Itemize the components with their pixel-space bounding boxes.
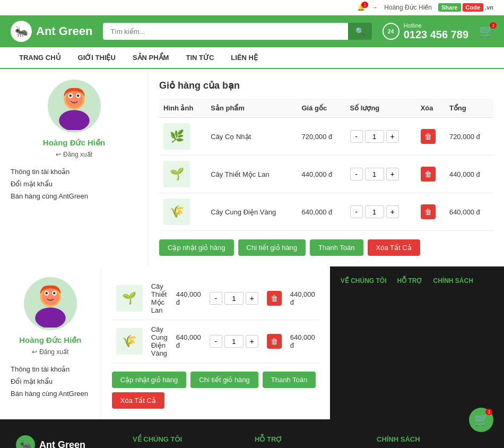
sidebar-username: Hoàng Đức Hiền bbox=[43, 138, 105, 148]
qty-minus-button[interactable]: - bbox=[210, 292, 222, 305]
logo: 🐜 Ant Green bbox=[11, 21, 92, 42]
footer-logo-text: Ant Green bbox=[39, 440, 85, 449]
sidebar-sell-with-antgreen[interactable]: Bán hàng cùng AntGreen bbox=[11, 190, 137, 202]
qty-plus-button[interactable]: + bbox=[386, 205, 399, 218]
col-image: Hình ảnh bbox=[159, 99, 206, 118]
nav-gioithieu[interactable]: GIỚI THIỆU bbox=[69, 47, 124, 68]
qty-minus-button[interactable]: - bbox=[350, 205, 363, 218]
qty-input[interactable] bbox=[224, 335, 244, 348]
detail-cart-button[interactable]: Chi tiết giỏ hàng bbox=[238, 239, 306, 256]
qty-input[interactable] bbox=[365, 205, 384, 218]
product-name: Cây Thiết Mộc Lan bbox=[147, 277, 172, 320]
cart-section-2: 🌱 Cây Thiết Mộc Lan 440,000 đ - + 🗑 440,… bbox=[101, 266, 330, 419]
qty-input[interactable] bbox=[224, 292, 244, 305]
nav-lienhe[interactable]: LIÊN HỆ bbox=[222, 47, 266, 68]
svg-point-11 bbox=[35, 307, 66, 328]
product-price: 640,000 đ bbox=[298, 193, 346, 231]
footer-col3-title: CHÍNH SÁCH bbox=[433, 277, 473, 285]
product-total: 640,000 đ bbox=[445, 193, 493, 231]
qty-minus-button[interactable]: - bbox=[350, 168, 363, 180]
delete-item-button[interactable]: 🗑 bbox=[267, 334, 282, 349]
sidebar-change-password[interactable]: Đổi mật khẩu bbox=[11, 178, 137, 190]
main-nav: TRANG CHỦ GIỚI THIỆU SẢN PHẨM TIN TỨC LI… bbox=[0, 47, 504, 69]
update-cart-button-2[interactable]: Cập nhật giỏ hàng bbox=[112, 372, 187, 388]
qty-minus-button[interactable]: - bbox=[350, 130, 363, 143]
svg-point-14 bbox=[45, 292, 48, 295]
delete-all-button[interactable]: Xóa Tất Cả bbox=[368, 239, 420, 256]
nav-sanpham[interactable]: SẢN PHẨM bbox=[124, 47, 178, 68]
delete-all-button-2[interactable]: Xóa Tất Cả bbox=[112, 392, 164, 409]
footer-col3-overlap: CHÍNH SÁCH bbox=[433, 277, 473, 409]
cart-title: Giỏ hàng của bạn bbox=[159, 80, 493, 91]
delete-item-button[interactable]: 🗑 bbox=[421, 167, 436, 182]
floating-cart-button[interactable]: 🛒3 bbox=[469, 408, 493, 432]
hotline-label: Hotline bbox=[404, 22, 468, 29]
sidebar-sell-2[interactable]: Bán hàng cùng AntGreen bbox=[11, 387, 90, 400]
search-bar: 🔍 bbox=[103, 23, 371, 40]
product-price: 440,000 đ bbox=[298, 156, 346, 193]
sidebar: Hoàng Đức Hiền ↩Đăng xuất Thông tin tài … bbox=[0, 69, 149, 266]
qty-control: - + bbox=[350, 168, 412, 180]
sidebar-account-info[interactable]: Thông tin tài khoản bbox=[11, 166, 137, 178]
logout-button-2[interactable]: ↩Đăng xuất bbox=[32, 348, 68, 356]
product-price: 720,000 đ bbox=[298, 118, 346, 156]
footer-col-about: VỀ CHÚNG TÔI Giới thiệu chúng tôi Thông … bbox=[133, 435, 244, 448]
delete-item-button[interactable]: 🗑 bbox=[267, 291, 282, 306]
top-user-name: Hoàng Đức Hiền bbox=[384, 4, 432, 11]
sidebar-links-2: Thông tin tài khoản Đổi mật khẩu Bán hàn… bbox=[11, 363, 90, 400]
qty-input[interactable] bbox=[365, 130, 384, 143]
qty-control: - + bbox=[350, 205, 412, 218]
delete-item-button[interactable]: 🗑 bbox=[421, 204, 436, 219]
qty-control: - + bbox=[210, 292, 258, 305]
qty-plus-button[interactable]: + bbox=[386, 168, 399, 180]
product-total: 440,000 đ bbox=[286, 277, 319, 320]
footer: ShareCode.vn 🐜 Ant Green Địa chỉ: 33 Ngh… bbox=[0, 419, 504, 448]
product-thumb: 🌱 bbox=[163, 161, 190, 187]
table-row: 🌿 Cây Cọ Nhật 720,000 đ - + 🗑 720,000 đ bbox=[159, 118, 493, 156]
footer-logo: 🐜 Ant Green bbox=[16, 435, 122, 448]
header: 🐜 Ant Green 🔍 24 Hotline 0123 456 789 🛒3 bbox=[0, 15, 504, 47]
checkout-button[interactable]: Thanh Toán bbox=[310, 239, 363, 256]
qty-minus-button[interactable]: - bbox=[210, 335, 222, 348]
table-row: 🌱 Cây Thiết Mộc Lan 440,000 đ - + 🗑 440,… bbox=[159, 156, 493, 193]
checkout-button-2[interactable]: Thanh Toán bbox=[263, 372, 316, 388]
col-price: Giá gốc bbox=[298, 99, 346, 118]
svg-point-15 bbox=[53, 292, 56, 295]
qty-plus-button[interactable]: + bbox=[386, 130, 399, 143]
table-row: 🌱 Cây Thiết Mộc Lan 440,000 đ - + 🗑 440,… bbox=[112, 277, 319, 320]
footer-logo-col: 🐜 Ant Green Địa chỉ: 33 Nghệ Tĩnh Xô Viế… bbox=[16, 435, 122, 448]
bell-icon[interactable]: 🔔1 bbox=[357, 4, 365, 11]
avatar bbox=[48, 80, 101, 133]
footer-col2-overlap: HỖ TRỢ bbox=[397, 277, 422, 409]
product-thumb: 🌾 bbox=[163, 199, 190, 225]
detail-cart-button-2[interactable]: Chi tiết giỏ hàng bbox=[190, 372, 258, 388]
logout-button[interactable]: ↩Đăng xuất bbox=[56, 151, 92, 158]
update-cart-button[interactable]: Cập nhật giỏ hàng bbox=[159, 239, 234, 256]
sidebar-change-password-2[interactable]: Đổi mật khẩu bbox=[11, 375, 90, 387]
qty-plus-button[interactable]: + bbox=[246, 335, 258, 348]
qty-plus-button[interactable]: + bbox=[246, 292, 258, 305]
cart-button[interactable]: 🛒3 bbox=[479, 24, 493, 38]
sidebar-username-2: Hoàng Đức Hiền bbox=[19, 335, 81, 345]
product-thumb: 🌾 bbox=[116, 328, 143, 355]
search-button[interactable]: 🔍 bbox=[348, 23, 372, 40]
product-total: 720,000 đ bbox=[445, 118, 493, 156]
logo-icon: 🐜 bbox=[11, 21, 32, 42]
nav-tintuc[interactable]: TIN TỨC bbox=[177, 47, 222, 68]
top-bar: 🔔1 → Hoàng Đức Hiền ShareCode.vn bbox=[0, 0, 504, 15]
overlap-content: Hoàng Đức Hiền ↩Đăng xuất Thông tin tài … bbox=[0, 266, 504, 419]
footer-columns-overlap: VỀ CHÚNG TÔI HỖ TRỢ CHÍNH SÁCH bbox=[330, 266, 504, 419]
delete-item-button[interactable]: 🗑 bbox=[421, 129, 436, 144]
footer-overlap-section: Hoàng Đức Hiền ↩Đăng xuất Thông tin tài … bbox=[0, 266, 504, 419]
footer-col1-heading: VỀ CHÚNG TÔI bbox=[133, 435, 244, 443]
qty-control: - + bbox=[210, 335, 258, 348]
product-total: 440,000 đ bbox=[445, 156, 493, 193]
sharecode-logo: ShareCode.vn bbox=[438, 3, 493, 12]
nav-trangchu[interactable]: TRANG CHỦ bbox=[11, 47, 69, 68]
col-qty: Số lượng bbox=[346, 99, 416, 118]
qty-input[interactable] bbox=[365, 168, 384, 180]
search-input[interactable] bbox=[103, 23, 347, 40]
hotline-number: 0123 456 789 bbox=[404, 29, 468, 41]
product-name: Cây Cung Điện Vàng bbox=[206, 193, 297, 231]
sidebar-account-info-2[interactable]: Thông tin tài khoản bbox=[11, 363, 90, 375]
